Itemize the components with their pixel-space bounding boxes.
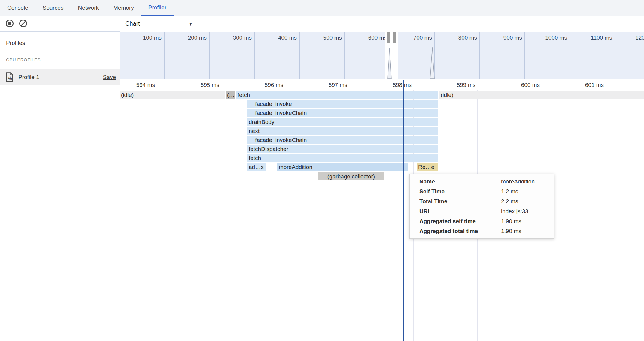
profiles-heading: Profiles — [6, 40, 25, 46]
tooltip-label: Name — [419, 177, 501, 186]
view-mode-dropdown[interactable]: Chart ▼ — [120, 16, 210, 32]
ruler-tick-label: 599 ms — [430, 80, 475, 90]
overview-bottom-border — [120, 79, 644, 79]
cpu-usage-spikes — [120, 32, 644, 79]
clear-slash — [20, 21, 26, 26]
tooltip-row: NamemoreAddition — [410, 177, 554, 186]
profiles-toolbar — [0, 16, 120, 32]
cpu-profiles-section-label: CPU PROFILES — [6, 57, 41, 62]
record-dot — [8, 22, 11, 25]
sidebar-item-profile-1[interactable]: % Profile 1 Save — [0, 69, 120, 85]
timeline-overview[interactable]: 100 ms200 ms300 ms400 ms500 ms600 ms700 … — [120, 32, 644, 79]
tooltip-label: Aggregated self time — [419, 216, 501, 226]
tooltip-value: 1.90 ms — [501, 226, 521, 236]
tooltip-row: Aggregated self time1.90 ms — [410, 216, 554, 226]
view-mode-label: Chart — [125, 20, 140, 27]
clear-icon[interactable] — [19, 20, 27, 27]
ruler-tick-label: 598 ms — [366, 80, 412, 90]
flame-bar[interactable]: fetchDispatcher — [247, 145, 438, 153]
tooltip-value: index.js:33 — [501, 206, 528, 216]
flame-bar[interactable]: (idle) — [120, 91, 225, 99]
ruler-tick-label: 596 ms — [238, 80, 283, 90]
tooltip-row: URLindex.js:33 — [410, 206, 554, 216]
record-icon[interactable] — [6, 20, 14, 27]
ruler-tick-label: 594 ms — [110, 80, 155, 90]
ruler-tick-label: 600 ms — [495, 80, 540, 90]
tab-console[interactable]: Console — [0, 0, 35, 16]
flame-bar[interactable]: next — [247, 127, 438, 135]
tab-network[interactable]: Network — [71, 0, 106, 16]
flame-bar[interactable]: __facade_invokeChain__ — [247, 136, 438, 144]
playhead[interactable] — [403, 80, 404, 341]
flame-bar[interactable]: moreAddition — [277, 163, 408, 171]
tooltip-row: Aggregated total time1.90 ms — [410, 226, 554, 236]
cpu-spike — [388, 48, 391, 79]
tooltip-value: 2.2 ms — [501, 196, 518, 206]
flame-bar[interactable]: drainBody — [247, 118, 438, 126]
profile-name: Profile 1 — [18, 74, 39, 81]
tooltip-value: moreAddition — [501, 177, 535, 186]
flame-bar[interactable]: (… — [226, 91, 235, 99]
flame-bar[interactable]: Re…e — [417, 163, 438, 171]
flame-bar[interactable]: __facade_invoke__ — [247, 100, 438, 108]
tooltip-row: Self Time1.2 ms — [410, 186, 554, 196]
tab-profiler[interactable]: Profiler — [141, 0, 174, 16]
save-link[interactable]: Save — [103, 74, 116, 81]
gridline — [606, 90, 606, 341]
gridline — [221, 90, 221, 341]
flame-bar[interactable]: __facade_invokeChain__ — [247, 109, 438, 117]
svg-text:%: % — [7, 75, 12, 81]
tab-memory[interactable]: Memory — [106, 0, 141, 16]
flame-bar[interactable]: (garbage collector) — [318, 172, 384, 180]
flame-bar[interactable]: fetch — [236, 91, 438, 99]
devtools-tab-bar: ConsoleSourcesNetworkMemoryProfiler — [0, 0, 644, 16]
ruler-tick-label: 595 ms — [174, 80, 219, 90]
frame-tooltip: NamemoreAdditionSelf Time1.2 msTotal Tim… — [409, 174, 554, 239]
profiles-sidebar: Profiles CPU PROFILES % Profile 1 Save — [0, 16, 120, 341]
flame-bar[interactable]: (idle) — [439, 91, 644, 99]
ruler-tick-label: 601 ms — [559, 80, 604, 90]
tooltip-label: Aggregated total time — [419, 226, 501, 236]
profiler-panel: ConsoleSourcesNetworkMemoryProfiler Prof… — [0, 0, 644, 341]
tooltip-label: Self Time — [419, 186, 501, 196]
gridline — [157, 90, 157, 341]
cpu-spike — [430, 47, 434, 79]
tooltip-label: URL — [419, 206, 501, 216]
tooltip-value: 1.90 ms — [501, 216, 521, 226]
chevron-down-icon: ▼ — [188, 21, 193, 26]
tab-sources[interactable]: Sources — [35, 0, 71, 16]
tooltip-value: 1.2 ms — [501, 186, 518, 196]
flame-bar[interactable]: fetch — [247, 154, 438, 162]
tooltip-row: Total Time2.2 ms — [410, 196, 554, 206]
ruler-tick-label: 597 ms — [302, 80, 347, 90]
flame-bar[interactable]: ad…s — [247, 163, 266, 171]
tooltip-label: Total Time — [419, 196, 501, 206]
percent-document-icon: % — [6, 72, 14, 82]
